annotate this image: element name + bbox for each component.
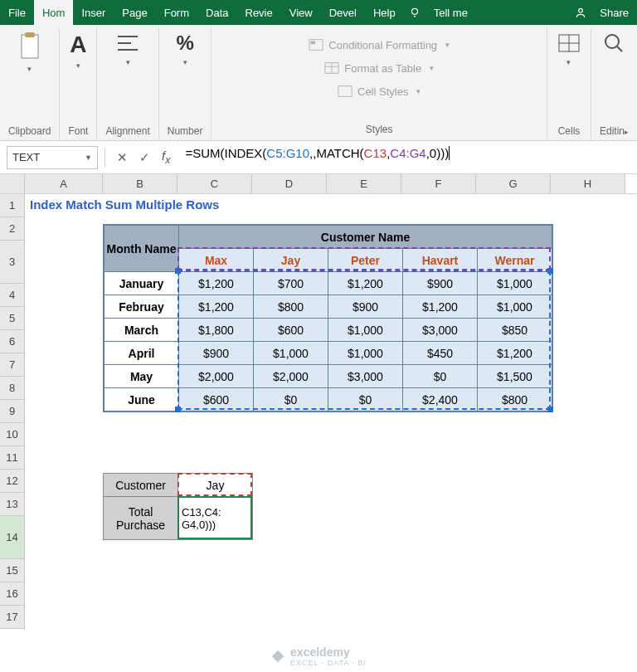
month-march: March xyxy=(105,319,179,342)
accept-formula-button[interactable]: ✓ xyxy=(139,150,150,165)
cell-r1-c4[interactable]: $1,000 xyxy=(478,295,552,319)
cell-r4-c1[interactable]: $2,000 xyxy=(254,365,328,388)
cell-r5-c1[interactable]: $0 xyxy=(254,388,328,411)
cell-r4-c4[interactable]: $1,500 xyxy=(478,365,552,388)
row-11[interactable]: 11 xyxy=(0,446,25,470)
row-1[interactable]: 1 xyxy=(0,194,25,217)
cell-r2-c2[interactable]: $1,000 xyxy=(328,319,403,342)
row-7[interactable]: 7 xyxy=(0,353,25,377)
row-13[interactable]: 13 xyxy=(0,493,25,516)
col-G[interactable]: G xyxy=(476,174,551,193)
row-9[interactable]: 9 xyxy=(0,400,25,423)
menu-data[interactable]: Data xyxy=(197,0,236,25)
menu-insert[interactable]: Inser xyxy=(73,0,114,25)
format-as-table-button[interactable]: Format as Table▾ xyxy=(324,56,434,80)
cell-r0-c3[interactable]: $900 xyxy=(403,272,478,295)
col-B[interactable]: B xyxy=(103,174,177,193)
cell-r4-c2[interactable]: $3,000 xyxy=(328,365,403,388)
number-button[interactable]: % ▾ xyxy=(176,32,193,66)
cell-r5-c4[interactable]: $800 xyxy=(478,388,552,411)
row-4[interactable]: 4 xyxy=(0,284,25,307)
cell-r1-c3[interactable]: $1,200 xyxy=(403,295,478,319)
cell-r5-c2[interactable]: $0 xyxy=(328,388,403,411)
cancel-formula-button[interactable]: ✕ xyxy=(117,150,128,165)
spreadsheet-grid[interactable]: A B C D E F G H 123456789101112131415161… xyxy=(0,174,637,629)
cell-r3-c0[interactable]: $900 xyxy=(179,342,254,365)
row-2[interactable]: 2 xyxy=(0,217,25,241)
fx-button[interactable]: fx xyxy=(162,149,170,166)
menu-page[interactable]: Page xyxy=(114,0,155,25)
alignment-button[interactable]: ▾ xyxy=(114,32,141,66)
cell-r3-c1[interactable]: $1,000 xyxy=(254,342,328,365)
font-button[interactable]: A ▾ xyxy=(70,32,86,70)
menu-developer[interactable]: Devel xyxy=(321,0,365,25)
cell-r2-c4[interactable]: $850 xyxy=(478,319,552,342)
ribbon-alignment: ▾ Alignment xyxy=(97,28,158,140)
menu-home[interactable]: Hom xyxy=(34,0,73,25)
cell-r2-c0[interactable]: $1,800 xyxy=(179,319,254,342)
row-8[interactable]: 8 xyxy=(0,377,25,400)
editing-button[interactable] xyxy=(602,32,625,55)
row-15[interactable]: 15 xyxy=(0,559,25,582)
cell-r0-c2[interactable]: $1,200 xyxy=(328,272,403,295)
cell-r0-c0[interactable]: $1,200 xyxy=(179,272,254,295)
cell-r5-c3[interactable]: $2,400 xyxy=(403,388,478,411)
menu-help[interactable]: Help xyxy=(365,0,404,25)
customer-col-jay: Jay xyxy=(254,249,328,272)
cell-r5-c0[interactable]: $600 xyxy=(179,388,254,411)
chevron-down-icon[interactable]: ▼ xyxy=(85,153,92,162)
cell-r3-c2[interactable]: $1,000 xyxy=(328,342,403,365)
col-D[interactable]: D xyxy=(252,174,327,193)
name-box[interactable]: TEXT▼ xyxy=(7,146,98,169)
formula-input[interactable]: =SUM(INDEX(C5:G10,,MATCH(C13,C4:G4,0))) xyxy=(182,146,630,169)
customer-col-havart: Havart xyxy=(403,249,478,272)
select-all-corner[interactable] xyxy=(0,174,25,193)
svg-marker-18 xyxy=(272,650,284,662)
lookup-customer-value[interactable]: Jay xyxy=(178,474,253,497)
cell-r1-c2[interactable]: $900 xyxy=(328,295,403,319)
svg-point-16 xyxy=(605,35,619,48)
cell-r2-c1[interactable]: $600 xyxy=(254,319,328,342)
row-14[interactable]: 14 xyxy=(0,516,25,559)
cell-r1-c0[interactable]: $1,200 xyxy=(179,295,254,319)
lookup-total-value[interactable]: C13,C4:G4,0))) xyxy=(178,497,253,540)
row-6[interactable]: 6 xyxy=(0,330,25,353)
menu-file[interactable]: File xyxy=(0,0,34,25)
cell-r4-c0[interactable]: $2,000 xyxy=(179,365,254,388)
month-februay: Februay xyxy=(105,295,179,319)
share-icon xyxy=(575,0,586,25)
col-E[interactable]: E xyxy=(327,174,401,193)
menu-review[interactable]: Revie xyxy=(237,0,281,25)
row-17[interactable]: 17 xyxy=(0,606,25,629)
row-3[interactable]: 3 xyxy=(0,241,25,284)
col-A[interactable]: A xyxy=(25,174,103,193)
row-12[interactable]: 12 xyxy=(0,470,25,493)
cell-r0-c4[interactable]: $1,000 xyxy=(478,272,552,295)
paste-button[interactable]: ▾ xyxy=(17,32,43,73)
conditional-formatting-button[interactable]: Conditional Formatting▾ xyxy=(309,33,450,56)
cell-r0-c1[interactable]: $700 xyxy=(254,272,328,295)
ribbon-clipboard: ▾ Clipboard xyxy=(0,28,60,140)
share-button[interactable]: Share xyxy=(591,0,637,25)
menu-formulas[interactable]: Form xyxy=(156,0,197,25)
col-F[interactable]: F xyxy=(401,174,476,193)
cell-r1-c1[interactable]: $800 xyxy=(254,295,328,319)
row-16[interactable]: 16 xyxy=(0,582,25,606)
col-C[interactable]: C xyxy=(177,174,252,193)
row-10[interactable]: 10 xyxy=(0,423,25,446)
row-5[interactable]: 5 xyxy=(0,307,25,330)
watermark: exceldemy EXCEL · DATA · BI xyxy=(270,645,367,667)
cell-r2-c3[interactable]: $3,000 xyxy=(403,319,478,342)
cell-r3-c3[interactable]: $450 xyxy=(403,342,478,365)
cell-r4-c3[interactable]: $0 xyxy=(403,365,478,388)
tell-me[interactable]: Tell me xyxy=(425,0,476,25)
cell-styles-button[interactable]: Cell Styles▾ xyxy=(338,80,421,103)
ribbon-styles: Conditional Formatting▾ Format as Table▾… xyxy=(212,28,547,140)
ribbon-cells: ▾ Cells xyxy=(547,28,591,140)
cells-button[interactable]: ▾ xyxy=(556,32,582,66)
col-H[interactable]: H xyxy=(551,174,625,193)
customer-header: Customer Name xyxy=(179,226,552,249)
cell-r3-c4[interactable]: $1,200 xyxy=(478,342,552,365)
month-header: Month Name xyxy=(105,226,179,272)
menu-view[interactable]: View xyxy=(281,0,321,25)
